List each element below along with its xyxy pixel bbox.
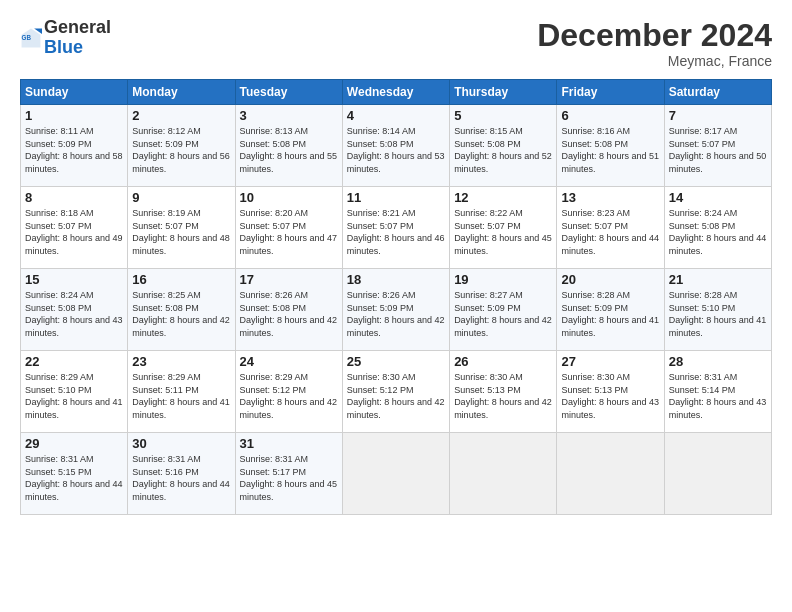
day-number: 9 — [132, 190, 230, 205]
day-cell — [664, 433, 771, 515]
day-number: 18 — [347, 272, 445, 287]
day-info: Sunrise: 8:30 AMSunset: 5:13 PMDaylight:… — [561, 371, 659, 421]
day-cell: 9Sunrise: 8:19 AMSunset: 5:07 PMDaylight… — [128, 187, 235, 269]
day-info: Sunrise: 8:15 AMSunset: 5:08 PMDaylight:… — [454, 125, 552, 175]
day-cell: 17Sunrise: 8:26 AMSunset: 5:08 PMDayligh… — [235, 269, 342, 351]
header: GB General Blue December 2024 Meymac, Fr… — [20, 18, 772, 69]
day-number: 4 — [347, 108, 445, 123]
calendar-table: Sunday Monday Tuesday Wednesday Thursday… — [20, 79, 772, 515]
day-cell: 20Sunrise: 8:28 AMSunset: 5:09 PMDayligh… — [557, 269, 664, 351]
day-info: Sunrise: 8:26 AMSunset: 5:08 PMDaylight:… — [240, 289, 338, 339]
day-cell: 12Sunrise: 8:22 AMSunset: 5:07 PMDayligh… — [450, 187, 557, 269]
day-cell: 24Sunrise: 8:29 AMSunset: 5:12 PMDayligh… — [235, 351, 342, 433]
col-friday: Friday — [557, 80, 664, 105]
day-number: 26 — [454, 354, 552, 369]
day-number: 31 — [240, 436, 338, 451]
col-thursday: Thursday — [450, 80, 557, 105]
day-cell: 16Sunrise: 8:25 AMSunset: 5:08 PMDayligh… — [128, 269, 235, 351]
week-row-2: 8Sunrise: 8:18 AMSunset: 5:07 PMDaylight… — [21, 187, 772, 269]
day-cell: 28Sunrise: 8:31 AMSunset: 5:14 PMDayligh… — [664, 351, 771, 433]
header-row: Sunday Monday Tuesday Wednesday Thursday… — [21, 80, 772, 105]
day-info: Sunrise: 8:30 AMSunset: 5:12 PMDaylight:… — [347, 371, 445, 421]
day-info: Sunrise: 8:27 AMSunset: 5:09 PMDaylight:… — [454, 289, 552, 339]
logo-general: General — [44, 17, 111, 37]
day-info: Sunrise: 8:31 AMSunset: 5:16 PMDaylight:… — [132, 453, 230, 503]
day-cell: 6Sunrise: 8:16 AMSunset: 5:08 PMDaylight… — [557, 105, 664, 187]
day-cell: 10Sunrise: 8:20 AMSunset: 5:07 PMDayligh… — [235, 187, 342, 269]
day-cell: 31Sunrise: 8:31 AMSunset: 5:17 PMDayligh… — [235, 433, 342, 515]
week-row-4: 22Sunrise: 8:29 AMSunset: 5:10 PMDayligh… — [21, 351, 772, 433]
month-title: December 2024 — [537, 18, 772, 53]
location: Meymac, France — [537, 53, 772, 69]
day-info: Sunrise: 8:13 AMSunset: 5:08 PMDaylight:… — [240, 125, 338, 175]
day-info: Sunrise: 8:29 AMSunset: 5:11 PMDaylight:… — [132, 371, 230, 421]
week-row-5: 29Sunrise: 8:31 AMSunset: 5:15 PMDayligh… — [21, 433, 772, 515]
day-cell: 15Sunrise: 8:24 AMSunset: 5:08 PMDayligh… — [21, 269, 128, 351]
day-cell: 27Sunrise: 8:30 AMSunset: 5:13 PMDayligh… — [557, 351, 664, 433]
day-info: Sunrise: 8:16 AMSunset: 5:08 PMDaylight:… — [561, 125, 659, 175]
day-number: 5 — [454, 108, 552, 123]
day-cell: 26Sunrise: 8:30 AMSunset: 5:13 PMDayligh… — [450, 351, 557, 433]
day-number: 23 — [132, 354, 230, 369]
day-number: 3 — [240, 108, 338, 123]
title-block: December 2024 Meymac, France — [537, 18, 772, 69]
week-row-1: 1Sunrise: 8:11 AMSunset: 5:09 PMDaylight… — [21, 105, 772, 187]
day-cell: 3Sunrise: 8:13 AMSunset: 5:08 PMDaylight… — [235, 105, 342, 187]
day-cell: 8Sunrise: 8:18 AMSunset: 5:07 PMDaylight… — [21, 187, 128, 269]
day-number: 8 — [25, 190, 123, 205]
day-number: 28 — [669, 354, 767, 369]
day-number: 22 — [25, 354, 123, 369]
day-number: 14 — [669, 190, 767, 205]
day-info: Sunrise: 8:30 AMSunset: 5:13 PMDaylight:… — [454, 371, 552, 421]
day-cell: 7Sunrise: 8:17 AMSunset: 5:07 PMDaylight… — [664, 105, 771, 187]
day-info: Sunrise: 8:24 AMSunset: 5:08 PMDaylight:… — [25, 289, 123, 339]
day-cell: 29Sunrise: 8:31 AMSunset: 5:15 PMDayligh… — [21, 433, 128, 515]
day-cell: 25Sunrise: 8:30 AMSunset: 5:12 PMDayligh… — [342, 351, 449, 433]
day-number: 20 — [561, 272, 659, 287]
day-info: Sunrise: 8:18 AMSunset: 5:07 PMDaylight:… — [25, 207, 123, 257]
col-tuesday: Tuesday — [235, 80, 342, 105]
logo-icon: GB — [20, 27, 42, 49]
day-info: Sunrise: 8:31 AMSunset: 5:17 PMDaylight:… — [240, 453, 338, 503]
day-info: Sunrise: 8:21 AMSunset: 5:07 PMDaylight:… — [347, 207, 445, 257]
day-info: Sunrise: 8:28 AMSunset: 5:09 PMDaylight:… — [561, 289, 659, 339]
day-info: Sunrise: 8:28 AMSunset: 5:10 PMDaylight:… — [669, 289, 767, 339]
day-cell: 18Sunrise: 8:26 AMSunset: 5:09 PMDayligh… — [342, 269, 449, 351]
day-cell — [557, 433, 664, 515]
day-cell — [342, 433, 449, 515]
day-info: Sunrise: 8:20 AMSunset: 5:07 PMDaylight:… — [240, 207, 338, 257]
day-number: 10 — [240, 190, 338, 205]
day-cell: 19Sunrise: 8:27 AMSunset: 5:09 PMDayligh… — [450, 269, 557, 351]
col-sunday: Sunday — [21, 80, 128, 105]
day-info: Sunrise: 8:12 AMSunset: 5:09 PMDaylight:… — [132, 125, 230, 175]
day-info: Sunrise: 8:31 AMSunset: 5:14 PMDaylight:… — [669, 371, 767, 421]
day-number: 25 — [347, 354, 445, 369]
col-monday: Monday — [128, 80, 235, 105]
day-number: 2 — [132, 108, 230, 123]
day-number: 27 — [561, 354, 659, 369]
day-info: Sunrise: 8:14 AMSunset: 5:08 PMDaylight:… — [347, 125, 445, 175]
logo: GB General Blue — [20, 18, 111, 58]
day-cell: 13Sunrise: 8:23 AMSunset: 5:07 PMDayligh… — [557, 187, 664, 269]
day-info: Sunrise: 8:31 AMSunset: 5:15 PMDaylight:… — [25, 453, 123, 503]
day-number: 7 — [669, 108, 767, 123]
logo-blue: Blue — [44, 37, 83, 57]
day-info: Sunrise: 8:24 AMSunset: 5:08 PMDaylight:… — [669, 207, 767, 257]
day-info: Sunrise: 8:25 AMSunset: 5:08 PMDaylight:… — [132, 289, 230, 339]
day-cell: 5Sunrise: 8:15 AMSunset: 5:08 PMDaylight… — [450, 105, 557, 187]
day-number: 12 — [454, 190, 552, 205]
day-number: 6 — [561, 108, 659, 123]
day-cell: 4Sunrise: 8:14 AMSunset: 5:08 PMDaylight… — [342, 105, 449, 187]
logo-text: General Blue — [44, 18, 111, 58]
day-number: 29 — [25, 436, 123, 451]
day-cell: 2Sunrise: 8:12 AMSunset: 5:09 PMDaylight… — [128, 105, 235, 187]
day-info: Sunrise: 8:26 AMSunset: 5:09 PMDaylight:… — [347, 289, 445, 339]
day-info: Sunrise: 8:11 AMSunset: 5:09 PMDaylight:… — [25, 125, 123, 175]
day-cell: 1Sunrise: 8:11 AMSunset: 5:09 PMDaylight… — [21, 105, 128, 187]
day-number: 13 — [561, 190, 659, 205]
day-info: Sunrise: 8:29 AMSunset: 5:12 PMDaylight:… — [240, 371, 338, 421]
day-number: 24 — [240, 354, 338, 369]
day-info: Sunrise: 8:22 AMSunset: 5:07 PMDaylight:… — [454, 207, 552, 257]
day-number: 17 — [240, 272, 338, 287]
day-number: 15 — [25, 272, 123, 287]
